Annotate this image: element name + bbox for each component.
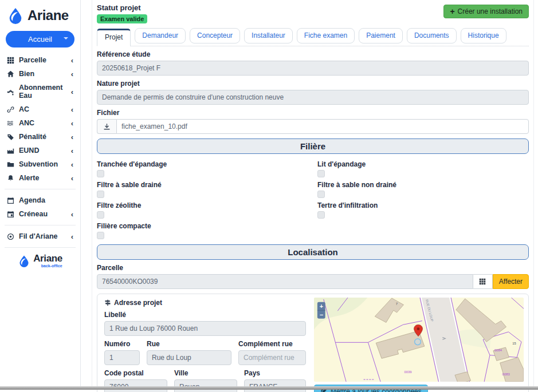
house-number-label: 15 (512, 342, 516, 345)
chevron-icon (71, 175, 74, 182)
parcelle-picker-button[interactable] (473, 274, 493, 289)
nature-projet-label: Nature projet (97, 80, 529, 88)
libelle-field (104, 321, 306, 336)
filiere-option: Tranchée d'épandage (97, 157, 308, 178)
calendar-slot-icon (7, 211, 14, 218)
filiere-option: Filière compacte (97, 219, 308, 240)
tab-paiement[interactable]: Paiement (359, 28, 403, 43)
brand-suffix: back-office (33, 264, 62, 268)
status-label: Statut projet (97, 3, 147, 12)
chevron-icon (71, 70, 74, 78)
brand-logo: Ariane (0, 0, 80, 29)
filiere-option: Tertre d'infiltration (317, 199, 529, 219)
complement-rue-label: Complément rue (238, 340, 306, 348)
parcelle-input-group: Affecter (97, 274, 529, 289)
chevron-icon (71, 57, 74, 64)
main-content: Statut projet Examen valide Créer une in… (92, 0, 534, 387)
adresse-card-title: Adresse projet (104, 299, 306, 307)
zoom-out-button[interactable]: − (320, 311, 323, 318)
parcel-number-label: 0083 (502, 373, 510, 376)
map-zoom-control[interactable]: + − (317, 302, 325, 319)
grid-icon (7, 57, 14, 64)
tab-installateur[interactable]: Installateur (244, 28, 293, 43)
tab-historique[interactable]: Historique (461, 28, 506, 43)
chevron-icon (71, 106, 74, 113)
nature-projet-field (97, 90, 529, 105)
waves-icon (7, 120, 14, 127)
plus-icon (450, 7, 454, 15)
sidebar-item-label: Fil d'Ariane (19, 232, 66, 240)
tab-demandeur[interactable]: Demandeur (135, 28, 186, 43)
sidebar-item-agenda[interactable]: Agenda (0, 193, 80, 207)
tab-documents[interactable]: Documents (407, 28, 457, 43)
chevron-icon (71, 88, 74, 96)
fichier-field[interactable] (116, 119, 529, 134)
sidebar-item-eund[interactable]: EUND (0, 144, 80, 157)
filiere-option: Filtre à sable non drainé (317, 178, 529, 199)
drop-icon (18, 255, 30, 267)
horizontal-scrollbar[interactable] (0, 386, 538, 390)
tab-fiche-examen[interactable]: Fiche examen (297, 28, 355, 43)
affecter-button[interactable]: Affecter (493, 274, 529, 289)
parcel-number-label: 0039 (404, 371, 411, 374)
filiere-option: Lit d'épandage (317, 157, 529, 178)
sidebar-item-label: Alerte (19, 174, 66, 182)
brand-name: Ariane (28, 7, 69, 23)
home-icon (7, 70, 14, 78)
sidebar: Ariane Accueil Parcelle Bien Abonnement … (0, 0, 81, 387)
sidebar-item-penalite[interactable]: Pénalité (0, 130, 80, 144)
home-button[interactable]: Accueil (6, 31, 74, 47)
checkbox-lit-epandage[interactable] (317, 170, 325, 177)
cadastre-map[interactable]: 0039 0084 0083 7 15 RUE DU LOUP + − (314, 298, 524, 382)
sidebar-item-ac[interactable]: AC (0, 102, 80, 116)
map-column: 0039 0084 0083 7 15 RUE DU LOUP + − (314, 298, 524, 392)
fichier-input-group (97, 119, 529, 134)
numero-field (104, 350, 140, 365)
sidebar-divider (5, 247, 76, 248)
option-label: Filtre à sable drainé (97, 181, 308, 189)
chevron-icon (71, 147, 74, 155)
filiere-section-header: Filière (97, 138, 529, 154)
sidebar-item-subvention[interactable]: Subvention (0, 157, 80, 171)
option-label: Filière compacte (97, 222, 308, 230)
checkbox-filiere-compacte[interactable] (97, 232, 104, 239)
zoom-in-button[interactable]: + (320, 303, 323, 310)
filiere-option: Filtre zéolithe (97, 199, 308, 219)
map-signs-icon (104, 299, 111, 306)
sidebar-item-alerte[interactable]: Alerte (0, 171, 80, 185)
checkbox-tranchee-epandage[interactable] (97, 170, 104, 177)
option-label: Filtre zéolithe (97, 201, 308, 209)
libelle-label: Libellé (104, 311, 306, 319)
selected-point-marker (415, 339, 421, 345)
tab-concepteur[interactable]: Concepteur (190, 28, 240, 43)
numero-label: Numéro (104, 340, 140, 348)
parcelle-field (97, 274, 473, 289)
brand-name: Ariane (33, 254, 62, 263)
target-icon (7, 233, 14, 240)
calendar-icon (7, 197, 14, 204)
tab-projet[interactable]: Projet (97, 29, 131, 46)
sidebar-item-parcelle[interactable]: Parcelle (0, 53, 80, 67)
checkbox-filtre-sable-draine[interactable] (97, 191, 104, 198)
sidebar-item-fil-dariane[interactable]: Fil d'Ariane (0, 229, 80, 243)
checkbox-filtre-sable-non-draine[interactable] (317, 191, 325, 198)
adresse-title-text: Adresse projet (114, 299, 162, 307)
sidebar-item-bien[interactable]: Bien (0, 67, 80, 81)
create-installation-button[interactable]: Créer une installation (443, 5, 529, 18)
download-button[interactable] (97, 119, 116, 134)
chevron-icon (71, 120, 74, 127)
sidebar-item-creneau[interactable]: Créneau (0, 207, 80, 221)
parcelle-label: Parcelle (97, 264, 529, 272)
filiere-option: Filtre à sable drainé (97, 178, 308, 199)
grid-icon (479, 278, 486, 285)
sidebar-item-anc[interactable]: ANC (0, 116, 80, 130)
checkbox-filtre-zeolithe[interactable] (97, 211, 104, 219)
checkbox-tertre-infiltration[interactable] (317, 211, 325, 219)
option-label: Lit d'épandage (317, 160, 529, 168)
create-installation-label: Créer une installation (458, 7, 523, 15)
drop-icon (7, 7, 24, 24)
chevron-icon (71, 233, 74, 240)
sidebar-item-abonnement-eau[interactable]: Abonnement Eau (0, 81, 80, 102)
pays-field (244, 379, 306, 392)
sidebar-item-label: AC (19, 105, 66, 113)
